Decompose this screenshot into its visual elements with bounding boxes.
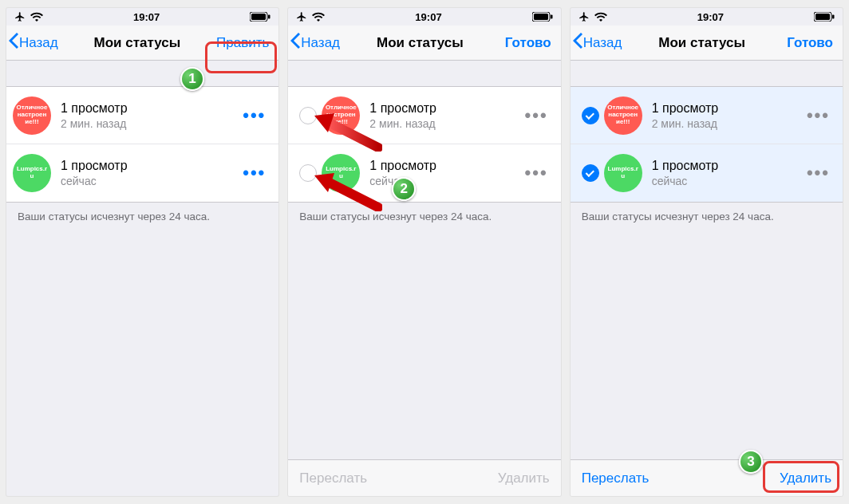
select-radio[interactable] bbox=[299, 107, 317, 124]
avatar: Отличное настроение!!! bbox=[322, 96, 360, 135]
status-row[interactable]: Отличное настроение!!! 1 просмотр 2 мин.… bbox=[6, 87, 278, 144]
avatar: Отличное настроение!!! bbox=[13, 96, 51, 135]
status-list: Отличное настроение!!! 1 просмотр 2 мин.… bbox=[571, 86, 843, 203]
toolbar: Переслать Удалить bbox=[571, 459, 843, 496]
row-title: 1 просмотр bbox=[369, 159, 521, 173]
more-icon[interactable]: ••• bbox=[239, 163, 269, 183]
clock: 19:07 bbox=[697, 11, 724, 23]
chevron-left-icon bbox=[8, 33, 19, 53]
footer-note: Ваши статусы исчезнут через 24 часа. bbox=[6, 203, 278, 230]
avatar: Lumpics.ru bbox=[13, 154, 51, 192]
delete-button[interactable]: Удалить bbox=[498, 471, 550, 486]
back-label: Назад bbox=[301, 35, 340, 51]
row-title: 1 просмотр bbox=[369, 101, 521, 116]
chevron-left-icon bbox=[290, 33, 301, 53]
row-title: 1 просмотр bbox=[652, 159, 804, 173]
row-subtitle: 2 мин. назад bbox=[652, 117, 804, 130]
row-title: 1 просмотр bbox=[61, 101, 239, 116]
status-bar: 19:07 bbox=[571, 8, 843, 26]
svg-rect-1 bbox=[251, 14, 266, 20]
nav-bar: Назад Мои статусы Править bbox=[6, 26, 278, 61]
back-label: Назад bbox=[583, 35, 622, 51]
page-title: Мои статусы bbox=[58, 35, 216, 51]
page-title: Мои статусы bbox=[622, 35, 782, 51]
clock: 19:07 bbox=[415, 11, 441, 23]
row-title: 1 просмотр bbox=[652, 101, 804, 116]
svg-rect-5 bbox=[551, 15, 553, 19]
airplane-icon bbox=[296, 11, 307, 22]
avatar: Lumpics.ru bbox=[604, 154, 642, 192]
row-subtitle: 2 мин. назад bbox=[369, 117, 521, 130]
back-button[interactable]: Назад bbox=[290, 33, 340, 53]
footer-note: Ваши статусы исчезнут через 24 часа. bbox=[288, 203, 560, 230]
chevron-left-icon bbox=[572, 33, 583, 53]
forward-button[interactable]: Переслать bbox=[299, 471, 367, 486]
screen-2: 19:07 Назад Мои статусы Готово Отличное … bbox=[288, 8, 560, 496]
clock: 19:07 bbox=[133, 11, 160, 23]
battery-icon bbox=[814, 12, 835, 22]
airplane-icon bbox=[14, 11, 26, 22]
done-button[interactable]: Готово bbox=[782, 35, 838, 51]
back-label: Назад bbox=[19, 35, 58, 51]
more-icon[interactable]: ••• bbox=[804, 163, 833, 183]
wifi-icon bbox=[312, 12, 325, 22]
svg-rect-7 bbox=[815, 14, 830, 20]
avatar: Lumpics.ru bbox=[322, 154, 360, 192]
row-title: 1 просмотр bbox=[61, 159, 239, 173]
status-bar: 19:07 bbox=[288, 8, 560, 26]
status-bar: 19:07 bbox=[6, 8, 278, 26]
wifi-icon bbox=[30, 12, 43, 22]
status-list: Отличное настроение!!! 1 просмотр 2 мин.… bbox=[6, 86, 278, 203]
svg-rect-8 bbox=[832, 15, 835, 19]
select-radio[interactable] bbox=[299, 164, 317, 182]
back-button[interactable]: Назад bbox=[8, 33, 58, 53]
toolbar: Переслать Удалить bbox=[288, 459, 560, 496]
edit-button[interactable]: Править bbox=[216, 35, 274, 51]
row-subtitle: сейчас bbox=[369, 175, 521, 187]
more-icon[interactable]: ••• bbox=[522, 163, 551, 183]
screen-3: 19:07 Назад Мои статусы Готово Отличное … bbox=[571, 8, 843, 496]
nav-bar: Назад Мои статусы Готово bbox=[571, 26, 843, 61]
more-icon[interactable]: ••• bbox=[522, 105, 551, 126]
row-subtitle: сейчас bbox=[652, 175, 804, 187]
status-row[interactable]: Lumpics.ru 1 просмотр сейчас ••• bbox=[6, 144, 278, 202]
airplane-icon bbox=[579, 11, 590, 22]
delete-button[interactable]: Удалить bbox=[780, 471, 831, 486]
select-radio[interactable] bbox=[582, 164, 599, 182]
row-subtitle: 2 мин. назад bbox=[61, 117, 239, 130]
status-row[interactable]: Отличное настроение!!! 1 просмотр 2 мин.… bbox=[288, 87, 560, 144]
battery-icon bbox=[250, 12, 270, 22]
footer-note: Ваши статусы исчезнут через 24 часа. bbox=[571, 203, 843, 230]
more-icon[interactable]: ••• bbox=[239, 105, 269, 126]
row-subtitle: сейчас bbox=[61, 175, 239, 187]
page-title: Мои статусы bbox=[340, 35, 500, 51]
status-row[interactable]: Отличное настроение!!! 1 просмотр 2 мин.… bbox=[571, 87, 843, 144]
status-list: Отличное настроение!!! 1 просмотр 2 мин.… bbox=[288, 86, 560, 203]
more-icon[interactable]: ••• bbox=[804, 105, 833, 126]
svg-rect-2 bbox=[268, 15, 270, 19]
forward-button[interactable]: Переслать bbox=[582, 471, 650, 486]
status-row[interactable]: Lumpics.ru 1 просмотр сейчас ••• bbox=[571, 144, 843, 202]
battery-icon bbox=[532, 12, 553, 22]
screen-1: 19:07 Назад Мои статусы Править Отличное… bbox=[6, 8, 278, 496]
nav-bar: Назад Мои статусы Готово bbox=[288, 26, 560, 61]
select-radio[interactable] bbox=[582, 107, 599, 124]
status-row[interactable]: Lumpics.ru 1 просмотр сейчас ••• bbox=[288, 144, 560, 202]
wifi-icon bbox=[594, 12, 607, 22]
avatar: Отличное настроение!!! bbox=[604, 96, 642, 135]
done-button[interactable]: Готово bbox=[500, 35, 556, 51]
back-button[interactable]: Назад bbox=[572, 33, 622, 53]
svg-rect-4 bbox=[534, 14, 548, 20]
